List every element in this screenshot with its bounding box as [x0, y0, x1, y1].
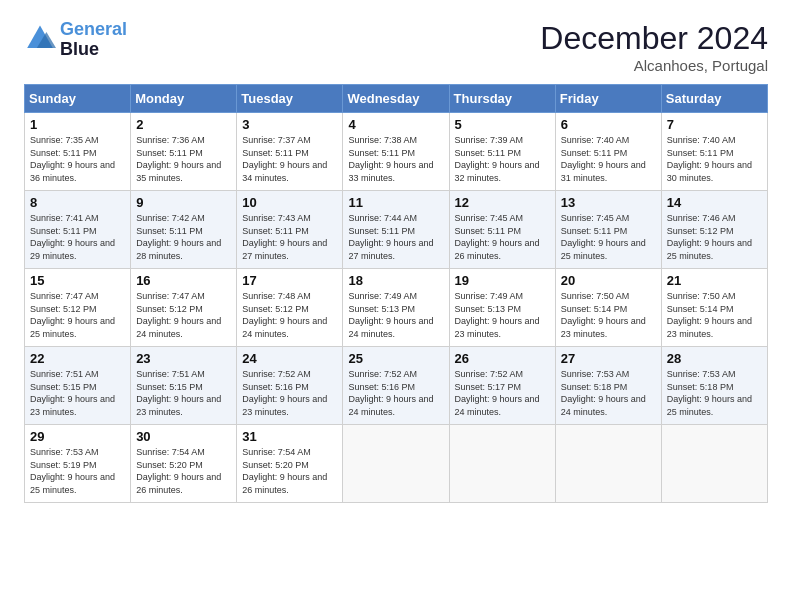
calendar-cell: 27 Sunrise: 7:53 AMSunset: 5:18 PMDaylig…	[555, 347, 661, 425]
day-number: 8	[30, 195, 125, 210]
header-thursday: Thursday	[449, 85, 555, 113]
day-info: Sunrise: 7:52 AMSunset: 5:17 PMDaylight:…	[455, 368, 550, 418]
calendar-cell: 17 Sunrise: 7:48 AMSunset: 5:12 PMDaylig…	[237, 269, 343, 347]
day-number: 13	[561, 195, 656, 210]
day-number: 10	[242, 195, 337, 210]
day-number: 26	[455, 351, 550, 366]
day-number: 20	[561, 273, 656, 288]
calendar-cell: 10 Sunrise: 7:43 AMSunset: 5:11 PMDaylig…	[237, 191, 343, 269]
calendar-cell	[449, 425, 555, 503]
day-info: Sunrise: 7:53 AMSunset: 5:18 PMDaylight:…	[561, 368, 656, 418]
day-number: 29	[30, 429, 125, 444]
calendar-cell: 5 Sunrise: 7:39 AMSunset: 5:11 PMDayligh…	[449, 113, 555, 191]
day-number: 7	[667, 117, 762, 132]
day-info: Sunrise: 7:37 AMSunset: 5:11 PMDaylight:…	[242, 134, 337, 184]
day-number: 16	[136, 273, 231, 288]
header-monday: Monday	[131, 85, 237, 113]
calendar-cell: 9 Sunrise: 7:42 AMSunset: 5:11 PMDayligh…	[131, 191, 237, 269]
calendar-cell: 6 Sunrise: 7:40 AMSunset: 5:11 PMDayligh…	[555, 113, 661, 191]
day-info: Sunrise: 7:52 AMSunset: 5:16 PMDaylight:…	[348, 368, 443, 418]
calendar-cell: 1 Sunrise: 7:35 AMSunset: 5:11 PMDayligh…	[25, 113, 131, 191]
day-info: Sunrise: 7:47 AMSunset: 5:12 PMDaylight:…	[30, 290, 125, 340]
days-header-row: SundayMondayTuesdayWednesdayThursdayFrid…	[25, 85, 768, 113]
day-number: 24	[242, 351, 337, 366]
calendar-cell: 24 Sunrise: 7:52 AMSunset: 5:16 PMDaylig…	[237, 347, 343, 425]
header-sunday: Sunday	[25, 85, 131, 113]
header-wednesday: Wednesday	[343, 85, 449, 113]
day-info: Sunrise: 7:53 AMSunset: 5:18 PMDaylight:…	[667, 368, 762, 418]
calendar-week-5: 29 Sunrise: 7:53 AMSunset: 5:19 PMDaylig…	[25, 425, 768, 503]
day-info: Sunrise: 7:53 AMSunset: 5:19 PMDaylight:…	[30, 446, 125, 496]
day-number: 3	[242, 117, 337, 132]
day-number: 15	[30, 273, 125, 288]
day-number: 28	[667, 351, 762, 366]
logo-text: GeneralBlue	[60, 20, 127, 60]
day-info: Sunrise: 7:48 AMSunset: 5:12 PMDaylight:…	[242, 290, 337, 340]
calendar-table: SundayMondayTuesdayWednesdayThursdayFrid…	[24, 84, 768, 503]
day-number: 4	[348, 117, 443, 132]
calendar-cell: 16 Sunrise: 7:47 AMSunset: 5:12 PMDaylig…	[131, 269, 237, 347]
calendar-cell: 20 Sunrise: 7:50 AMSunset: 5:14 PMDaylig…	[555, 269, 661, 347]
header-tuesday: Tuesday	[237, 85, 343, 113]
day-info: Sunrise: 7:39 AMSunset: 5:11 PMDaylight:…	[455, 134, 550, 184]
day-info: Sunrise: 7:52 AMSunset: 5:16 PMDaylight:…	[242, 368, 337, 418]
logo: GeneralBlue	[24, 20, 127, 60]
day-info: Sunrise: 7:50 AMSunset: 5:14 PMDaylight:…	[561, 290, 656, 340]
day-number: 5	[455, 117, 550, 132]
calendar-cell: 7 Sunrise: 7:40 AMSunset: 5:11 PMDayligh…	[661, 113, 767, 191]
day-info: Sunrise: 7:45 AMSunset: 5:11 PMDaylight:…	[561, 212, 656, 262]
calendar-cell: 8 Sunrise: 7:41 AMSunset: 5:11 PMDayligh…	[25, 191, 131, 269]
day-number: 6	[561, 117, 656, 132]
calendar-cell: 22 Sunrise: 7:51 AMSunset: 5:15 PMDaylig…	[25, 347, 131, 425]
calendar-cell: 13 Sunrise: 7:45 AMSunset: 5:11 PMDaylig…	[555, 191, 661, 269]
day-info: Sunrise: 7:51 AMSunset: 5:15 PMDaylight:…	[30, 368, 125, 418]
day-info: Sunrise: 7:44 AMSunset: 5:11 PMDaylight:…	[348, 212, 443, 262]
day-number: 31	[242, 429, 337, 444]
page-header: GeneralBlue December 2024 Alcanhoes, Por…	[24, 20, 768, 74]
title-block: December 2024 Alcanhoes, Portugal	[540, 20, 768, 74]
calendar-week-3: 15 Sunrise: 7:47 AMSunset: 5:12 PMDaylig…	[25, 269, 768, 347]
day-info: Sunrise: 7:42 AMSunset: 5:11 PMDaylight:…	[136, 212, 231, 262]
calendar-cell: 23 Sunrise: 7:51 AMSunset: 5:15 PMDaylig…	[131, 347, 237, 425]
calendar-week-2: 8 Sunrise: 7:41 AMSunset: 5:11 PMDayligh…	[25, 191, 768, 269]
calendar-cell: 25 Sunrise: 7:52 AMSunset: 5:16 PMDaylig…	[343, 347, 449, 425]
day-info: Sunrise: 7:41 AMSunset: 5:11 PMDaylight:…	[30, 212, 125, 262]
day-number: 19	[455, 273, 550, 288]
header-saturday: Saturday	[661, 85, 767, 113]
calendar-cell: 18 Sunrise: 7:49 AMSunset: 5:13 PMDaylig…	[343, 269, 449, 347]
day-number: 17	[242, 273, 337, 288]
calendar-cell: 11 Sunrise: 7:44 AMSunset: 5:11 PMDaylig…	[343, 191, 449, 269]
calendar-cell: 3 Sunrise: 7:37 AMSunset: 5:11 PMDayligh…	[237, 113, 343, 191]
location: Alcanhoes, Portugal	[540, 57, 768, 74]
calendar-cell: 14 Sunrise: 7:46 AMSunset: 5:12 PMDaylig…	[661, 191, 767, 269]
day-info: Sunrise: 7:49 AMSunset: 5:13 PMDaylight:…	[348, 290, 443, 340]
day-info: Sunrise: 7:40 AMSunset: 5:11 PMDaylight:…	[667, 134, 762, 184]
calendar-cell: 12 Sunrise: 7:45 AMSunset: 5:11 PMDaylig…	[449, 191, 555, 269]
day-number: 9	[136, 195, 231, 210]
calendar-week-4: 22 Sunrise: 7:51 AMSunset: 5:15 PMDaylig…	[25, 347, 768, 425]
day-number: 11	[348, 195, 443, 210]
day-number: 21	[667, 273, 762, 288]
day-info: Sunrise: 7:40 AMSunset: 5:11 PMDaylight:…	[561, 134, 656, 184]
day-info: Sunrise: 7:45 AMSunset: 5:11 PMDaylight:…	[455, 212, 550, 262]
calendar-cell: 2 Sunrise: 7:36 AMSunset: 5:11 PMDayligh…	[131, 113, 237, 191]
calendar-cell: 15 Sunrise: 7:47 AMSunset: 5:12 PMDaylig…	[25, 269, 131, 347]
day-number: 2	[136, 117, 231, 132]
calendar-cell: 29 Sunrise: 7:53 AMSunset: 5:19 PMDaylig…	[25, 425, 131, 503]
day-number: 12	[455, 195, 550, 210]
day-number: 18	[348, 273, 443, 288]
day-info: Sunrise: 7:54 AMSunset: 5:20 PMDaylight:…	[242, 446, 337, 496]
day-number: 1	[30, 117, 125, 132]
day-info: Sunrise: 7:35 AMSunset: 5:11 PMDaylight:…	[30, 134, 125, 184]
calendar-cell: 26 Sunrise: 7:52 AMSunset: 5:17 PMDaylig…	[449, 347, 555, 425]
day-info: Sunrise: 7:43 AMSunset: 5:11 PMDaylight:…	[242, 212, 337, 262]
day-number: 22	[30, 351, 125, 366]
logo-icon	[24, 24, 56, 56]
month-title: December 2024	[540, 20, 768, 57]
day-info: Sunrise: 7:54 AMSunset: 5:20 PMDaylight:…	[136, 446, 231, 496]
calendar-cell	[661, 425, 767, 503]
calendar-cell: 21 Sunrise: 7:50 AMSunset: 5:14 PMDaylig…	[661, 269, 767, 347]
day-number: 25	[348, 351, 443, 366]
day-info: Sunrise: 7:46 AMSunset: 5:12 PMDaylight:…	[667, 212, 762, 262]
day-number: 30	[136, 429, 231, 444]
